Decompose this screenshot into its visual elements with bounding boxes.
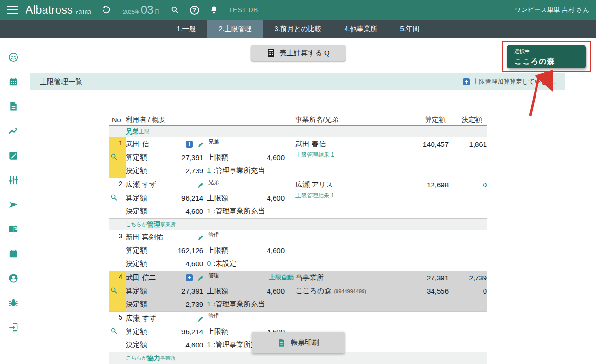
user-name: 広瀬 すず bbox=[126, 180, 186, 189]
pencil-icon[interactable] bbox=[197, 233, 207, 241]
user-role-label: 兄弟 bbox=[208, 179, 219, 186]
assessed-value: 96,214 bbox=[161, 194, 203, 202]
group-band-cooperating-office: こちらが協力事業所 bbox=[109, 352, 487, 364]
calculator-icon bbox=[267, 48, 275, 58]
sliders-icon[interactable] bbox=[8, 175, 19, 186]
col-header-no: No bbox=[109, 116, 126, 124]
cap-label: 上限額 bbox=[207, 246, 242, 255]
row-number: 4 bbox=[109, 271, 126, 280]
cap-result-link[interactable]: 上限管理結果 1 bbox=[295, 191, 334, 200]
bell-icon[interactable] bbox=[209, 5, 218, 15]
print-document-icon bbox=[277, 338, 285, 347]
selected-office-badge[interactable]: 選択中 こころの森 bbox=[507, 45, 586, 68]
row-number: 5 bbox=[109, 312, 126, 321]
document-icon[interactable] bbox=[8, 101, 19, 112]
user-icon[interactable] bbox=[8, 273, 19, 284]
tab-cap-management[interactable]: 2.上限管理 bbox=[207, 20, 263, 38]
user-name: 武田 信二 bbox=[126, 140, 186, 149]
assessed-value: 96,214 bbox=[161, 328, 203, 336]
calc-sales-label: 売上計算する Q bbox=[279, 49, 330, 58]
send-icon[interactable] bbox=[8, 199, 19, 210]
book-icon[interactable] bbox=[8, 224, 19, 235]
calc-sales-button[interactable]: 売上計算する Q bbox=[251, 45, 346, 61]
tab-other-offices[interactable]: 4.他事業所 bbox=[333, 20, 389, 38]
col-header-office: 事業所名/兄弟 bbox=[295, 115, 407, 124]
alloc-text: :未設定 bbox=[213, 259, 236, 268]
user-name: 新田 真剣佑 bbox=[126, 233, 186, 242]
assessed-label: 算定額 bbox=[126, 287, 161, 296]
logout-icon[interactable] bbox=[8, 322, 19, 333]
search-row-icon[interactable] bbox=[110, 194, 118, 203]
office-decided: 1,861 bbox=[449, 140, 487, 148]
app-version: r.3183 bbox=[76, 9, 91, 15]
schedule-icon[interactable] bbox=[8, 248, 19, 259]
alloc-text: :管理事業所充当 bbox=[213, 166, 265, 175]
help-icon[interactable]: ? bbox=[190, 6, 199, 15]
decided-label: 決定額 bbox=[126, 300, 161, 309]
edit-icon[interactable] bbox=[8, 150, 19, 161]
decided-value: 2,739 bbox=[161, 300, 203, 308]
decided-value: 4,600 bbox=[161, 260, 203, 268]
pencil-icon[interactable] bbox=[197, 314, 207, 322]
office-name: 広瀬 アリス bbox=[295, 180, 407, 189]
cap-label: 上限額 bbox=[207, 153, 242, 162]
user-role-label: 管理 bbox=[208, 272, 219, 279]
bug-icon[interactable] bbox=[8, 297, 19, 308]
tab-general[interactable]: 1.一般 bbox=[165, 20, 207, 38]
row-no-cell: 3 bbox=[109, 230, 126, 271]
app-logo: Albatross bbox=[26, 4, 73, 17]
search-row-icon[interactable] bbox=[110, 287, 118, 296]
alloc-code: 1 bbox=[207, 300, 211, 309]
tab-annual[interactable]: 5.年間 bbox=[389, 20, 431, 38]
cap-result-link[interactable]: 上限管理結果 1 bbox=[295, 151, 334, 160]
assessed-value: 27,391 bbox=[161, 153, 203, 161]
pencil-icon[interactable] bbox=[197, 274, 207, 282]
row-no-cell: 5 bbox=[109, 312, 126, 352]
office-name: 武田 春信 bbox=[295, 140, 407, 149]
alloc-text: :管理事業所充当 bbox=[213, 207, 265, 216]
pencil-icon[interactable] bbox=[197, 140, 207, 148]
decided-label: 決定額 bbox=[126, 340, 161, 349]
menu-icon[interactable] bbox=[7, 6, 18, 14]
assessed-value: 162,126 bbox=[161, 246, 203, 254]
assessed-label: 算定額 bbox=[126, 246, 161, 255]
cap-auto-badge: 上限自動 bbox=[269, 273, 294, 282]
refresh-icon[interactable] bbox=[101, 5, 111, 15]
office-decided: 2,739 bbox=[449, 274, 487, 282]
assessed-label: 算定額 bbox=[126, 153, 161, 162]
calendar-icon[interactable] bbox=[8, 76, 19, 87]
search-icon[interactable] bbox=[170, 5, 180, 15]
add-icon[interactable] bbox=[186, 274, 197, 281]
page-title: 上限管理一覧 bbox=[40, 77, 82, 86]
pencil-icon[interactable] bbox=[197, 181, 207, 189]
current-user: ワンピース単単 吉村 さん bbox=[515, 6, 589, 14]
decided-value: 4,600 bbox=[161, 207, 203, 215]
cap-value: 4,600 bbox=[242, 246, 285, 254]
decided-value: 2,739 bbox=[161, 167, 203, 175]
search-row-icon[interactable] bbox=[110, 327, 118, 336]
cap-label: 上限額 bbox=[207, 287, 242, 296]
period-selector[interactable]: 2025年 03 月 bbox=[123, 4, 159, 16]
col-header-assessed: 算定額 bbox=[407, 115, 449, 124]
assessed-value: 27,391 bbox=[161, 287, 203, 295]
cap-value: 4,600 bbox=[242, 287, 285, 295]
decided-value: 4,600 bbox=[161, 341, 203, 349]
plus-icon bbox=[463, 78, 470, 85]
cap-value: 4,600 bbox=[242, 153, 285, 161]
print-report-button[interactable]: 帳票印刷 bbox=[252, 332, 345, 353]
alloc-text: :管理事業所充当 bbox=[213, 300, 265, 309]
alloc-code: 1 bbox=[207, 207, 211, 216]
table-row: 1 武田 信二 兄弟 算定額 27,391 上限額 4,600 決定額 2,73… bbox=[109, 137, 487, 178]
assessed-label: 算定額 bbox=[126, 327, 161, 336]
add-icon[interactable] bbox=[186, 141, 197, 148]
selected-office-name: こころの森 bbox=[514, 57, 586, 67]
user-name: 武田 信二 bbox=[126, 273, 186, 282]
group-band-managing-office: こちらが管理事業所 bbox=[109, 219, 487, 230]
cap-addition-note[interactable]: 上限管理加算算定しています。 bbox=[463, 77, 560, 86]
trend-icon[interactable] bbox=[8, 126, 19, 136]
smiley-icon[interactable] bbox=[8, 52, 19, 63]
tab-prev-month-compare[interactable]: 3.前月との比較 bbox=[263, 20, 333, 38]
row-number: 3 bbox=[109, 230, 126, 240]
search-row-icon[interactable] bbox=[110, 153, 118, 162]
group-band-siblings: 兄弟上限 bbox=[109, 126, 487, 137]
